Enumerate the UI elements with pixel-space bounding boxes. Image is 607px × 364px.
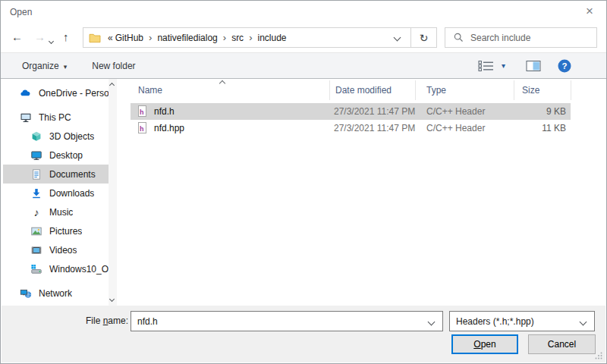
titlebar[interactable]: Open ×: [1, 1, 606, 24]
organize-caret-icon: ▾: [64, 63, 68, 71]
breadcrumb-separator-icon: ›: [223, 32, 226, 43]
open-dialog-window: Open × ← → ↑ « GitHub›nativefiledialog›s…: [0, 0, 607, 364]
file-icon: h: [138, 105, 146, 117]
documents-icon: [30, 168, 42, 180]
pictures-icon: [30, 225, 42, 237]
sidebar-item-music[interactable]: ♪ Music: [3, 202, 109, 221]
search-box[interactable]: Search include: [445, 27, 597, 48]
file-type-value: Headers (*.h;*.hpp): [456, 316, 534, 327]
scroll-up-icon[interactable]: [109, 83, 115, 88]
file-row-nfd.hpp[interactable]: h nfd.hpp 27/3/2021 11:47 PM C/C++ Heade…: [131, 120, 571, 136]
os-drive-icon: [30, 263, 42, 275]
column-divider[interactable]: [514, 80, 514, 100]
file-type-select[interactable]: Headers (*.h;*.hpp): [449, 311, 595, 331]
this-pc-icon: [20, 111, 32, 124]
search-icon: [454, 33, 464, 42]
sidebar-item-windows10-os[interactable]: Windows10_OS (: [3, 259, 109, 278]
onedrive-icon: [20, 87, 32, 99]
file-row-nfd.h[interactable]: h nfd.h 27/3/2021 11:47 PM C/C++ Header …: [131, 103, 571, 120]
sidebar-item-network[interactable]: Network: [3, 284, 109, 303]
preview-pane-icon[interactable]: [526, 60, 541, 72]
breadcrumb-separator-icon: ›: [249, 32, 252, 43]
network-icon: [20, 287, 32, 300]
3d-objects-icon: [30, 130, 42, 143]
file-name-dropdown-icon[interactable]: [428, 318, 436, 326]
file-name-input[interactable]: nfd.h: [131, 311, 443, 331]
organize-label: Organize: [22, 61, 59, 71]
footer-bar: File name: nfd.h Headers (*.h;*.hpp) Ope…: [2, 306, 605, 362]
file-list: Name Date modified Type Size h nfd.h 27/…: [131, 79, 602, 306]
sidebar-item-this-pc[interactable]: This PC: [3, 108, 109, 127]
views-caret-icon[interactable]: ▾: [502, 61, 505, 70]
command-bar: Organize▾ New folder ▾ ?: [1, 52, 606, 79]
file-icon: h: [138, 122, 146, 133]
sidebar-item-desktop[interactable]: Desktop: [3, 146, 109, 165]
column-divider[interactable]: [329, 80, 330, 100]
file-type-dropdown-icon[interactable]: [580, 318, 587, 326]
column-header-name[interactable]: Name: [138, 85, 162, 96]
breadcrumb-overflow[interactable]: «: [108, 33, 113, 43]
breadcrumb-item-include[interactable]: include: [257, 33, 286, 43]
organize-button[interactable]: Organize▾: [22, 61, 67, 71]
address-bar[interactable]: « GitHub›nativefiledialog›src›include ↻: [83, 27, 437, 48]
breadcrumb-item-src[interactable]: src: [231, 33, 244, 43]
column-header-size[interactable]: Size: [522, 85, 539, 96]
sidebar-item-documents[interactable]: Documents: [3, 165, 109, 184]
breadcrumb-item-nativefiledialog[interactable]: nativefiledialog: [157, 33, 217, 43]
sidebar-item-3d-objects[interactable]: 3D Objects: [3, 127, 109, 146]
address-dropdown-icon[interactable]: [395, 35, 400, 40]
videos-icon: [30, 244, 42, 256]
column-header-date-modified[interactable]: Date modified: [335, 85, 392, 96]
open-button[interactable]: Open: [451, 334, 518, 354]
breadcrumb-separator-icon: ›: [149, 32, 152, 43]
column-divider[interactable]: [571, 80, 571, 100]
search-placeholder: Search include: [470, 33, 530, 43]
svg-text:?: ?: [561, 61, 567, 71]
help-icon[interactable]: ?: [558, 59, 571, 73]
file-rows: h nfd.h 27/3/2021 11:47 PM C/C++ Header …: [131, 103, 602, 136]
sidebar-scrollbar[interactable]: [109, 79, 117, 306]
sidebar-item-videos[interactable]: Videos: [3, 240, 109, 259]
file-name-label: File name:: [86, 315, 128, 326]
sidebar-item-pictures[interactable]: Pictures: [3, 221, 109, 240]
close-icon[interactable]: ×: [586, 4, 593, 19]
sidebar-item-onedrive-person[interactable]: OneDrive - Person: [3, 83, 109, 102]
cancel-button[interactable]: Cancel: [528, 334, 596, 354]
breadcrumb-item-github[interactable]: GitHub: [115, 33, 143, 43]
dialog-title: Open: [10, 7, 32, 17]
navigation-bar: ← → ↑ « GitHub›nativefiledialog›src›incl…: [1, 24, 606, 52]
column-header-type[interactable]: Type: [426, 85, 446, 96]
sort-ascending-icon[interactable]: [219, 80, 225, 86]
sidebar-item-downloads[interactable]: Downloads: [3, 184, 109, 202]
refresh-button[interactable]: ↻: [411, 32, 436, 44]
music-icon: ♪: [30, 206, 42, 218]
content-area: OneDrive - Person This PC 3D Objects Des…: [2, 79, 605, 306]
recent-locations-chevron-icon[interactable]: [49, 35, 53, 46]
downloads-icon: [30, 187, 42, 199]
forward-button[interactable]: →: [34, 31, 46, 42]
back-button[interactable]: ←: [11, 31, 23, 42]
column-headers: Name Date modified Type Size: [131, 79, 602, 102]
resize-grip[interactable]: [594, 351, 603, 360]
desktop-icon: [30, 149, 42, 162]
up-button[interactable]: ↑: [63, 31, 69, 42]
toolbar-right-group: ▾ ?: [478, 59, 571, 73]
new-folder-button[interactable]: New folder: [92, 61, 135, 71]
folder-icon: [89, 33, 101, 43]
column-divider[interactable]: [415, 80, 416, 100]
views-icon[interactable]: [478, 60, 495, 72]
navigation-pane: OneDrive - Person This PC 3D Objects Des…: [2, 79, 109, 306]
scroll-down-icon[interactable]: [109, 297, 115, 302]
file-name-value: nfd.h: [137, 316, 158, 327]
breadcrumb: GitHub›nativefiledialog›src›include: [113, 32, 289, 43]
